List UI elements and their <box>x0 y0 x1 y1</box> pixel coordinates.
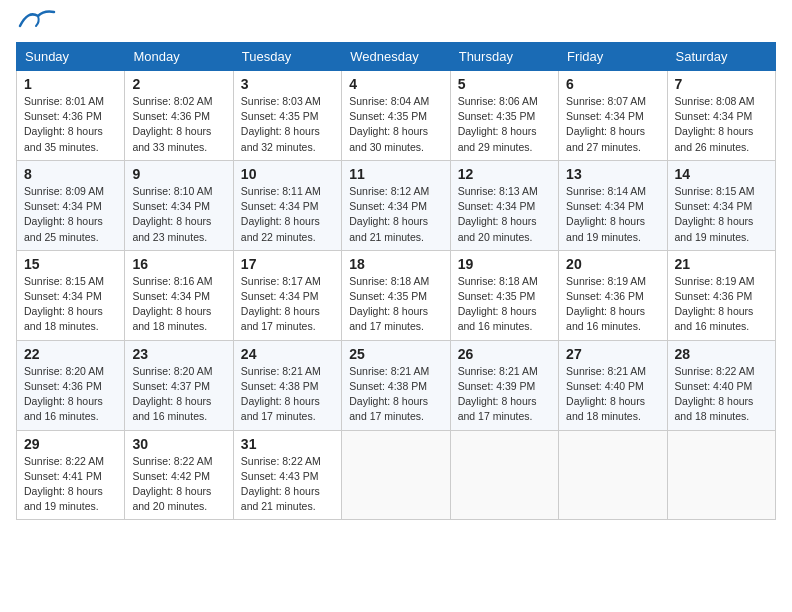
day-info: Sunrise: 8:22 AMSunset: 4:40 PMDaylight:… <box>675 365 755 423</box>
calendar-cell: 16 Sunrise: 8:16 AMSunset: 4:34 PMDaylig… <box>125 250 233 340</box>
day-number: 2 <box>132 76 225 92</box>
calendar-cell: 7 Sunrise: 8:08 AMSunset: 4:34 PMDayligh… <box>667 71 775 161</box>
day-number: 23 <box>132 346 225 362</box>
day-number: 1 <box>24 76 117 92</box>
calendar-week-row: 15 Sunrise: 8:15 AMSunset: 4:34 PMDaylig… <box>17 250 776 340</box>
day-info: Sunrise: 8:09 AMSunset: 4:34 PMDaylight:… <box>24 185 104 243</box>
day-number: 29 <box>24 436 117 452</box>
calendar-cell: 14 Sunrise: 8:15 AMSunset: 4:34 PMDaylig… <box>667 160 775 250</box>
day-info: Sunrise: 8:22 AMSunset: 4:42 PMDaylight:… <box>132 455 212 513</box>
weekday-header-wednesday: Wednesday <box>342 43 450 71</box>
day-info: Sunrise: 8:21 AMSunset: 4:40 PMDaylight:… <box>566 365 646 423</box>
day-info: Sunrise: 8:08 AMSunset: 4:34 PMDaylight:… <box>675 95 755 153</box>
calendar-cell: 21 Sunrise: 8:19 AMSunset: 4:36 PMDaylig… <box>667 250 775 340</box>
calendar-cell: 25 Sunrise: 8:21 AMSunset: 4:38 PMDaylig… <box>342 340 450 430</box>
day-number: 22 <box>24 346 117 362</box>
day-info: Sunrise: 8:01 AMSunset: 4:36 PMDaylight:… <box>24 95 104 153</box>
day-number: 20 <box>566 256 659 272</box>
weekday-header-saturday: Saturday <box>667 43 775 71</box>
day-number: 11 <box>349 166 442 182</box>
day-number: 30 <box>132 436 225 452</box>
day-info: Sunrise: 8:11 AMSunset: 4:34 PMDaylight:… <box>241 185 321 243</box>
page-header <box>16 16 776 30</box>
day-number: 28 <box>675 346 768 362</box>
calendar-cell: 18 Sunrise: 8:18 AMSunset: 4:35 PMDaylig… <box>342 250 450 340</box>
day-info: Sunrise: 8:15 AMSunset: 4:34 PMDaylight:… <box>675 185 755 243</box>
day-number: 4 <box>349 76 442 92</box>
weekday-header-row: SundayMondayTuesdayWednesdayThursdayFrid… <box>17 43 776 71</box>
weekday-header-monday: Monday <box>125 43 233 71</box>
day-number: 24 <box>241 346 334 362</box>
day-number: 18 <box>349 256 442 272</box>
weekday-header-friday: Friday <box>559 43 667 71</box>
bird-icon <box>18 8 56 30</box>
calendar-table: SundayMondayTuesdayWednesdayThursdayFrid… <box>16 42 776 520</box>
day-info: Sunrise: 8:18 AMSunset: 4:35 PMDaylight:… <box>458 275 538 333</box>
day-info: Sunrise: 8:21 AMSunset: 4:39 PMDaylight:… <box>458 365 538 423</box>
day-number: 21 <box>675 256 768 272</box>
calendar-cell: 1 Sunrise: 8:01 AMSunset: 4:36 PMDayligh… <box>17 71 125 161</box>
day-info: Sunrise: 8:17 AMSunset: 4:34 PMDaylight:… <box>241 275 321 333</box>
day-info: Sunrise: 8:14 AMSunset: 4:34 PMDaylight:… <box>566 185 646 243</box>
calendar-cell <box>559 430 667 520</box>
day-number: 12 <box>458 166 551 182</box>
weekday-header-sunday: Sunday <box>17 43 125 71</box>
calendar-cell <box>342 430 450 520</box>
calendar-cell: 15 Sunrise: 8:15 AMSunset: 4:34 PMDaylig… <box>17 250 125 340</box>
day-info: Sunrise: 8:19 AMSunset: 4:36 PMDaylight:… <box>566 275 646 333</box>
day-info: Sunrise: 8:22 AMSunset: 4:41 PMDaylight:… <box>24 455 104 513</box>
day-info: Sunrise: 8:18 AMSunset: 4:35 PMDaylight:… <box>349 275 429 333</box>
calendar-cell: 17 Sunrise: 8:17 AMSunset: 4:34 PMDaylig… <box>233 250 341 340</box>
day-info: Sunrise: 8:21 AMSunset: 4:38 PMDaylight:… <box>241 365 321 423</box>
calendar-cell: 24 Sunrise: 8:21 AMSunset: 4:38 PMDaylig… <box>233 340 341 430</box>
calendar-cell: 8 Sunrise: 8:09 AMSunset: 4:34 PMDayligh… <box>17 160 125 250</box>
day-info: Sunrise: 8:15 AMSunset: 4:34 PMDaylight:… <box>24 275 104 333</box>
calendar-cell: 13 Sunrise: 8:14 AMSunset: 4:34 PMDaylig… <box>559 160 667 250</box>
calendar-cell: 30 Sunrise: 8:22 AMSunset: 4:42 PMDaylig… <box>125 430 233 520</box>
day-number: 19 <box>458 256 551 272</box>
day-number: 10 <box>241 166 334 182</box>
day-info: Sunrise: 8:22 AMSunset: 4:43 PMDaylight:… <box>241 455 321 513</box>
day-info: Sunrise: 8:06 AMSunset: 4:35 PMDaylight:… <box>458 95 538 153</box>
day-info: Sunrise: 8:20 AMSunset: 4:37 PMDaylight:… <box>132 365 212 423</box>
calendar-cell: 5 Sunrise: 8:06 AMSunset: 4:35 PMDayligh… <box>450 71 558 161</box>
day-number: 27 <box>566 346 659 362</box>
day-number: 26 <box>458 346 551 362</box>
calendar-cell: 12 Sunrise: 8:13 AMSunset: 4:34 PMDaylig… <box>450 160 558 250</box>
calendar-cell: 11 Sunrise: 8:12 AMSunset: 4:34 PMDaylig… <box>342 160 450 250</box>
calendar-cell: 20 Sunrise: 8:19 AMSunset: 4:36 PMDaylig… <box>559 250 667 340</box>
calendar-cell: 22 Sunrise: 8:20 AMSunset: 4:36 PMDaylig… <box>17 340 125 430</box>
day-number: 9 <box>132 166 225 182</box>
day-info: Sunrise: 8:02 AMSunset: 4:36 PMDaylight:… <box>132 95 212 153</box>
day-info: Sunrise: 8:19 AMSunset: 4:36 PMDaylight:… <box>675 275 755 333</box>
calendar-cell: 26 Sunrise: 8:21 AMSunset: 4:39 PMDaylig… <box>450 340 558 430</box>
day-info: Sunrise: 8:04 AMSunset: 4:35 PMDaylight:… <box>349 95 429 153</box>
day-number: 3 <box>241 76 334 92</box>
calendar-cell: 6 Sunrise: 8:07 AMSunset: 4:34 PMDayligh… <box>559 71 667 161</box>
weekday-header-tuesday: Tuesday <box>233 43 341 71</box>
day-info: Sunrise: 8:13 AMSunset: 4:34 PMDaylight:… <box>458 185 538 243</box>
day-number: 5 <box>458 76 551 92</box>
calendar-cell: 2 Sunrise: 8:02 AMSunset: 4:36 PMDayligh… <box>125 71 233 161</box>
calendar-week-row: 1 Sunrise: 8:01 AMSunset: 4:36 PMDayligh… <box>17 71 776 161</box>
calendar-cell: 9 Sunrise: 8:10 AMSunset: 4:34 PMDayligh… <box>125 160 233 250</box>
logo <box>16 16 56 30</box>
calendar-cell: 4 Sunrise: 8:04 AMSunset: 4:35 PMDayligh… <box>342 71 450 161</box>
calendar-cell: 10 Sunrise: 8:11 AMSunset: 4:34 PMDaylig… <box>233 160 341 250</box>
calendar-cell: 31 Sunrise: 8:22 AMSunset: 4:43 PMDaylig… <box>233 430 341 520</box>
day-number: 17 <box>241 256 334 272</box>
day-number: 31 <box>241 436 334 452</box>
calendar-cell: 29 Sunrise: 8:22 AMSunset: 4:41 PMDaylig… <box>17 430 125 520</box>
day-number: 13 <box>566 166 659 182</box>
calendar-cell <box>667 430 775 520</box>
day-info: Sunrise: 8:07 AMSunset: 4:34 PMDaylight:… <box>566 95 646 153</box>
calendar-cell: 23 Sunrise: 8:20 AMSunset: 4:37 PMDaylig… <box>125 340 233 430</box>
calendar-week-row: 29 Sunrise: 8:22 AMSunset: 4:41 PMDaylig… <box>17 430 776 520</box>
weekday-header-thursday: Thursday <box>450 43 558 71</box>
calendar-cell <box>450 430 558 520</box>
calendar-week-row: 22 Sunrise: 8:20 AMSunset: 4:36 PMDaylig… <box>17 340 776 430</box>
calendar-cell: 19 Sunrise: 8:18 AMSunset: 4:35 PMDaylig… <box>450 250 558 340</box>
calendar-cell: 27 Sunrise: 8:21 AMSunset: 4:40 PMDaylig… <box>559 340 667 430</box>
day-info: Sunrise: 8:20 AMSunset: 4:36 PMDaylight:… <box>24 365 104 423</box>
day-number: 6 <box>566 76 659 92</box>
